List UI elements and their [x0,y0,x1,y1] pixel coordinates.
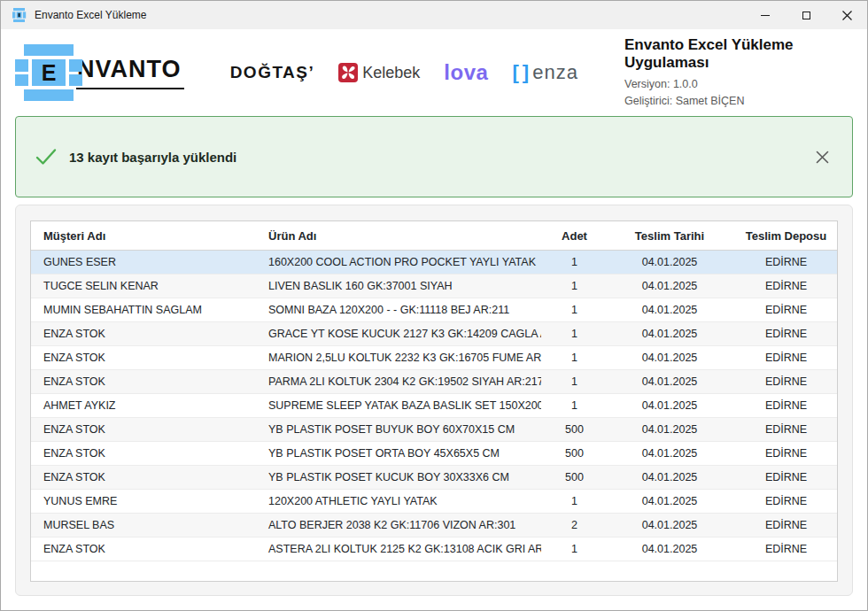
table-row[interactable]: MUMIN SEBAHATTIN SAGLAM SOMNI BAZA 120X2… [31,298,837,322]
close-icon [842,11,852,20]
cell-adet: 1 [541,256,608,268]
cell-teslim-tarihi: 04.01.2025 [608,543,732,555]
cell-teslim-tarihi: 04.01.2025 [608,328,732,340]
table-row[interactable]: TUGCE SELIN KENAR LIVEN BASLIK 160 GK:37… [31,275,837,298]
cell-teslim-deposu: EDİRNE [732,328,838,340]
table-header-row: Müşteri Adı Ürün Adı Adet Teslim Tarihi … [31,221,837,251]
cell-urun-adi: YB PLASTIK POSET BUYUK BOY 60X70X15 CM [256,423,541,436]
success-message: 13 kayıt başarıyla yüklendi [69,150,236,165]
close-button[interactable] [826,1,867,29]
cell-teslim-tarihi: 04.01.2025 [608,304,732,316]
table-row[interactable]: ENZA STOK YB PLASTIK POSET KUCUK BOY 30X… [31,466,837,490]
table-row[interactable]: AHMET AYKIZ SUPREME SLEEP YATAK BAZA BAS… [31,394,837,418]
cell-musteri-adi: ENZA STOK [31,447,256,460]
cell-teslim-deposu: EDİRNE [732,375,838,388]
cell-teslim-tarihi: 04.01.2025 [608,375,732,388]
app-header: E NVANTO DOĞTAŞ’ Kelebe [1,29,867,116]
kelebek-label: Kelebek [362,64,420,82]
cell-musteri-adi: ENZA STOK [31,352,256,364]
window-title: Envanto Excel Yükleme [35,9,147,21]
column-header-musteri-adi[interactable]: Müşteri Adı [31,229,256,243]
banner-close-icon [816,151,829,164]
cell-teslim-deposu: EDİRNE [732,447,838,460]
column-header-teslim-deposu[interactable]: Teslim Deposu [732,229,838,243]
dogtas-logo: DOĞTAŞ’ [230,63,315,82]
cell-urun-adi: GRACE YT KOSE KUCUK 2127 K3 GK:14209 CAG… [256,328,541,340]
cell-adet: 1 [541,399,608,412]
cell-teslim-deposu: EDİRNE [732,256,838,268]
cell-teslim-tarihi: 04.01.2025 [608,447,732,460]
column-header-teslim-tarihi[interactable]: Teslim Tarihi [608,229,732,243]
cell-adet: 1 [541,375,608,388]
column-header-urun-adi[interactable]: Ürün Adı [256,229,541,243]
cell-adet: 500 [541,471,608,483]
cell-musteri-adi: ENZA STOK [31,471,256,483]
cell-urun-adi: MARION 2,5LU KOLTUK 2232 K3 GK:16705 FUM… [256,352,541,364]
table-row[interactable]: ENZA STOK MARION 2,5LU KOLTUK 2232 K3 GK… [31,346,837,370]
cell-adet: 1 [541,543,608,555]
cell-teslim-tarihi: 04.01.2025 [608,256,732,268]
logo-text: NVANTO [76,56,184,89]
table-row[interactable]: ENZA STOK ASTERA 2LI KOLTUK 2125 K2 GK:1… [31,538,837,561]
cell-urun-adi: 120X200 ATHLETIC YAYLI YATAK [256,495,541,507]
brand-logos: DOĞTAŞ’ Kelebek lova [ ] enza [184,60,624,85]
cell-urun-adi: PARMA 2LI KOLTUK 2304 K2 GK:19502 SIYAH … [256,375,541,388]
cell-teslim-deposu: EDİRNE [732,471,838,483]
table-panel: Müşteri Adı Ürün Adı Adet Teslim Tarihi … [15,205,853,596]
maximize-button[interactable] [786,1,826,29]
minimize-icon [761,15,770,16]
column-header-adet[interactable]: Adet [541,229,608,243]
cell-musteri-adi: YUNUS EMRE [31,495,256,507]
app-info: Envanto Excel Yükleme Uygulaması Versiyo… [624,36,853,110]
logo-letter: E [42,60,57,86]
cell-urun-adi: YB PLASTIK POSET ORTA BOY 45X65X5 CM [256,447,541,460]
table-row[interactable]: ENZA STOK PARMA 2LI KOLTUK 2304 K2 GK:19… [31,370,837,394]
cell-teslim-tarihi: 04.01.2025 [608,352,732,364]
envanto-logo: E NVANTO [15,44,184,101]
cell-teslim-deposu: EDİRNE [732,543,838,555]
cell-adet: 1 [541,280,608,292]
app-info-title: Envanto Excel Yükleme Uygulaması [624,36,853,72]
enza-logo: [ ] enza [512,61,577,84]
cell-adet: 2 [541,519,608,531]
cell-teslim-deposu: EDİRNE [732,280,838,292]
cell-musteri-adi: TUGCE SELIN KENAR [31,280,256,292]
cell-teslim-tarihi: 04.01.2025 [608,495,732,507]
cell-urun-adi: SOMNI BAZA 120X200 - - GK:11118 BEJ AR:2… [256,304,541,316]
app-developer: Geliştirici: Samet BİÇEN [624,93,853,110]
app-version: Versiyon: 1.0.0 [624,76,853,93]
cell-musteri-adi: ENZA STOK [31,375,256,388]
data-grid: Müşteri Adı Ürün Adı Adet Teslim Tarihi … [30,220,838,582]
kelebek-butterfly-icon [338,63,358,82]
cell-teslim-tarihi: 04.01.2025 [608,471,732,483]
cell-teslim-deposu: EDİRNE [732,352,838,364]
cell-teslim-deposu: EDİRNE [732,423,838,436]
app-icon [12,8,27,22]
table-row[interactable]: YUNUS EMRE 120X200 ATHLETIC YAYLI YATAK … [31,490,837,514]
cell-teslim-tarihi: 04.01.2025 [608,519,732,531]
table-row[interactable]: GUNES ESER 160X200 COOL ACTION PRO POCKE… [31,251,837,275]
envanto-logo-icon: E [15,44,82,101]
table-row[interactable]: ENZA STOK YB PLASTIK POSET BUYUK BOY 60X… [31,418,837,442]
cell-teslim-deposu: EDİRNE [732,304,838,316]
titlebar: Envanto Excel Yükleme [1,1,867,29]
cell-adet: 1 [541,495,608,507]
cell-adet: 500 [541,423,608,436]
table-row[interactable]: ENZA STOK YB PLASTIK POSET ORTA BOY 45X6… [31,442,837,466]
cell-urun-adi: ALTO BERJER 2038 K2 GK:11706 VIZON AR:30… [256,519,541,531]
table-row[interactable]: MURSEL BAS ALTO BERJER 2038 K2 GK:11706 … [31,514,837,538]
banner-close-button[interactable] [812,147,833,167]
cell-musteri-adi: ENZA STOK [31,543,256,555]
app-window: Envanto Excel Yükleme E NVANTO [0,0,868,611]
success-check-icon [35,148,57,166]
enza-label: enza [532,61,578,84]
cell-teslim-deposu: EDİRNE [732,495,838,507]
cell-adet: 1 [541,328,608,340]
cell-musteri-adi: ENZA STOK [31,423,256,436]
cell-teslim-deposu: EDİRNE [732,399,838,412]
cell-urun-adi: 160X200 COOL ACTION PRO POCKET YAYLI YAT… [256,256,541,268]
enza-brackets-icon: [ ] [512,61,528,84]
table-row[interactable]: ENZA STOK GRACE YT KOSE KUCUK 2127 K3 GK… [31,322,837,346]
kelebek-logo: Kelebek [338,63,420,82]
minimize-button[interactable] [745,1,786,29]
